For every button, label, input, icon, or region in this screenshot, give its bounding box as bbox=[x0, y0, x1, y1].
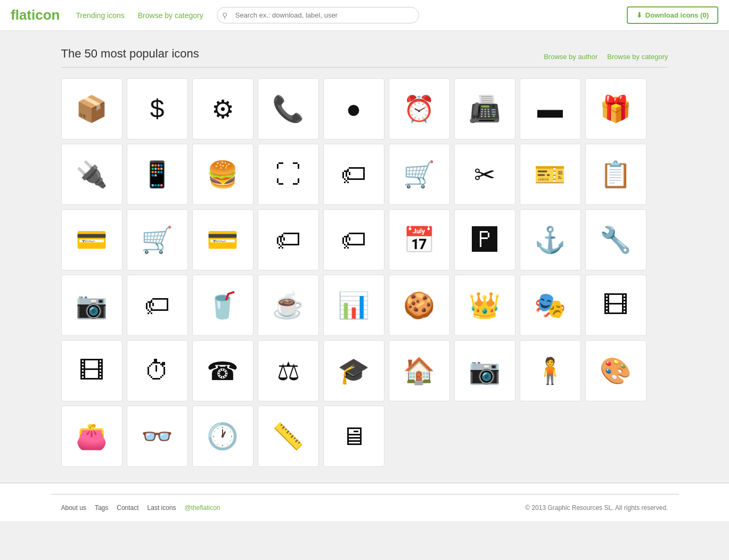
icon-grid: 📦$⚙📞●⏰📠▬🎁🔌📱🍔⛶🏷🛒✂🎫📋💳🛒💳🏷🏷📅🅿⚓🔧📷🏷🥤☕📊🍪👑🎭🎞🎞⏱☎⚖… bbox=[61, 78, 668, 467]
clock-display-icon[interactable]: ⏱ bbox=[127, 340, 188, 401]
fax-icon[interactable]: 📠 bbox=[454, 78, 515, 139]
calendar-icon[interactable]: 📅 bbox=[389, 209, 450, 270]
masks-icon[interactable]: 🎭 bbox=[520, 275, 581, 336]
camera-settings-icon[interactable]: 📷 bbox=[454, 340, 515, 401]
footer-link-contact[interactable]: Contact bbox=[117, 504, 138, 512]
coffee-cup-icon[interactable]: ☕ bbox=[258, 275, 319, 336]
logo-text: flat bbox=[11, 7, 31, 23]
footer: About usTagsContactLast icons@theflatico… bbox=[0, 483, 729, 521]
header: flaticon Trending icons Browse by catego… bbox=[0, 0, 729, 31]
footer-links: About usTagsContactLast icons@theflatico… bbox=[61, 504, 220, 512]
browse-by-category-link[interactable]: Browse by category bbox=[607, 53, 668, 61]
tag2-icon[interactable]: 🏷 bbox=[323, 209, 384, 270]
gear-icon[interactable]: ⚙ bbox=[192, 78, 253, 139]
plant-ruler-icon[interactable]: 📏 bbox=[258, 406, 319, 467]
copyright: © 2013 Graphic Resources SL. All rights … bbox=[525, 504, 668, 512]
film2-icon[interactable]: 🎞 bbox=[61, 340, 122, 401]
price-tag-icon[interactable]: 🏷 bbox=[127, 275, 188, 336]
house-icon[interactable]: 🏠 bbox=[389, 340, 450, 401]
clock-icon[interactable]: ⏰ bbox=[389, 78, 450, 139]
download-icon: ⬇ bbox=[636, 11, 642, 19]
graduation-icon[interactable]: 🎓 bbox=[323, 340, 384, 401]
directdebit-icon[interactable]: 💳 bbox=[61, 209, 122, 270]
circle-icon[interactable]: ● bbox=[323, 78, 384, 139]
cart-list-icon[interactable]: 🛒 bbox=[389, 144, 450, 205]
footer-link-last-icons[interactable]: Last icons bbox=[148, 504, 176, 512]
scissors-icon[interactable]: ✂ bbox=[454, 144, 515, 205]
maestro-icon[interactable]: 💳 bbox=[192, 209, 253, 270]
glasses-icon[interactable]: 👓 bbox=[127, 406, 188, 467]
browse-by-author-link[interactable]: Browse by author bbox=[544, 53, 597, 61]
nav-trending[interactable]: Trending icons bbox=[76, 11, 124, 20]
gift-icon[interactable]: 🎁 bbox=[585, 78, 646, 139]
download-label: Download icons (0) bbox=[645, 11, 709, 19]
gavel-icon[interactable]: ⚖ bbox=[258, 340, 319, 401]
monitor-icon[interactable]: 🖥 bbox=[323, 406, 384, 467]
usb-icon[interactable]: 🔌 bbox=[61, 144, 122, 205]
speedometer-icon[interactable]: 🕐 bbox=[192, 406, 253, 467]
creditcard-icon[interactable]: ▬ bbox=[520, 78, 581, 139]
person-stand-icon[interactable]: 🧍 bbox=[520, 340, 581, 401]
camera-icon[interactable]: 📷 bbox=[61, 275, 122, 336]
box-icon[interactable]: 📦 bbox=[61, 78, 122, 139]
heart-phone-icon[interactable]: 📱 bbox=[127, 144, 188, 205]
section-header: The 50 most popular icons Browse by auth… bbox=[61, 47, 668, 68]
footer-link-about-us[interactable]: About us bbox=[61, 504, 86, 512]
section-title: The 50 most popular icons bbox=[61, 47, 199, 61]
palette-icon[interactable]: 🎨 bbox=[585, 340, 646, 401]
wallet-icon[interactable]: 👛 bbox=[61, 406, 122, 467]
paypal-icon[interactable]: 🅿 bbox=[454, 209, 515, 270]
bar-chart-icon[interactable]: 📊 bbox=[323, 275, 384, 336]
presentation-icon[interactable]: 📋 bbox=[585, 144, 646, 205]
phone-vintage-icon[interactable]: ☎ bbox=[192, 340, 253, 401]
download-button[interactable]: ⬇ Download icons (0) bbox=[627, 6, 718, 24]
checkerboard-cart-icon[interactable]: 🛒 bbox=[127, 209, 188, 270]
hammer-tool-icon[interactable]: 🔧 bbox=[585, 209, 646, 270]
burger-icon[interactable]: 🍔 bbox=[192, 144, 253, 205]
gingerbread-icon[interactable]: 🍪 bbox=[389, 275, 450, 336]
main-content: The 50 most popular icons Browse by auth… bbox=[51, 47, 679, 467]
tag-ticket-icon[interactable]: 🎫 bbox=[520, 144, 581, 205]
section-links: Browse by author Browse by category bbox=[544, 53, 668, 61]
phone-icon[interactable]: 📞 bbox=[258, 78, 319, 139]
footer-link-tags[interactable]: Tags bbox=[95, 504, 108, 512]
search-container: ⚲ bbox=[217, 7, 419, 23]
logo-accent: icon bbox=[31, 7, 60, 23]
search-input[interactable] bbox=[217, 7, 419, 23]
footer-inner: About usTagsContactLast icons@theflatico… bbox=[51, 494, 679, 521]
cup-straw-icon[interactable]: 🥤 bbox=[192, 275, 253, 336]
black-tag-icon[interactable]: 🏷 bbox=[258, 209, 319, 270]
logo[interactable]: flaticon bbox=[11, 7, 60, 23]
film-strip-icon[interactable]: 🎞 bbox=[585, 275, 646, 336]
crown-icon[interactable]: 👑 bbox=[454, 275, 515, 336]
anchor-icon[interactable]: ⚓ bbox=[520, 209, 581, 270]
dollar-icon[interactable]: $ bbox=[127, 78, 188, 139]
hierarchy-icon[interactable]: ⛶ bbox=[258, 144, 319, 205]
search-icon: ⚲ bbox=[222, 11, 227, 20]
footer-link--theflaticon[interactable]: @theflaticon bbox=[185, 504, 220, 512]
nav-browse-category[interactable]: Browse by category bbox=[138, 11, 203, 20]
tags-icon[interactable]: 🏷 bbox=[323, 144, 384, 205]
